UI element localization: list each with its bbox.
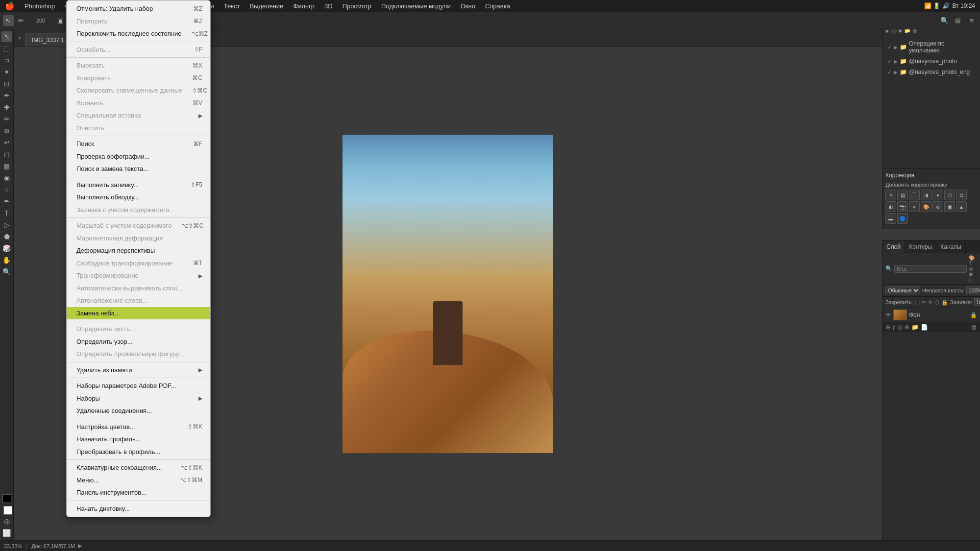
corr-invert[interactable]: ⊘ xyxy=(932,201,943,212)
menu-item-44[interactable]: Клавиатурные сокращения...⌥⇧⌘K xyxy=(67,461,210,474)
menu-item-48[interactable]: Начать диктовку... xyxy=(67,503,210,515)
menu-photoshop[interactable]: Photoshop xyxy=(20,0,60,12)
tool-move[interactable]: ↖ xyxy=(1,31,12,42)
menu-view[interactable]: Просмотр xyxy=(338,0,376,12)
menu-item-41[interactable]: Назначить профиль... xyxy=(67,433,210,446)
tool-shape[interactable]: ⬟ xyxy=(1,231,12,242)
tool-path-select[interactable]: ▷ xyxy=(1,219,12,230)
tool-magic-wand[interactable]: ✦ xyxy=(1,67,12,77)
adjustment-layer-btn[interactable]: ⊕ xyxy=(905,324,909,331)
screen-mode[interactable]: ⬜ xyxy=(1,527,12,538)
tool-dodge[interactable]: ○ xyxy=(1,184,12,195)
menu-item-2[interactable]: Переключить последнее состояние⌥⌘Z xyxy=(67,27,210,40)
menu-item-42[interactable]: Преобразовать в профиль... xyxy=(67,446,210,458)
ops-group-header-default[interactable]: ✓ ▶ 📁 Операции по умолчанию xyxy=(885,39,977,55)
menu-item-14[interactable]: Проверка орфографии... xyxy=(67,150,210,163)
menu-text[interactable]: Текст xyxy=(219,0,245,12)
tool-hand[interactable]: ✋ xyxy=(1,255,12,265)
edit-dropdown-menu[interactable]: Отменить: Удалить набор⌘ZПовторить⌘ZПере… xyxy=(66,0,211,517)
corr-vibrance[interactable]: ♦ xyxy=(932,190,943,200)
corr-exposure[interactable]: ◑ xyxy=(921,190,931,200)
menu-item-37[interactable]: Наборы▶ xyxy=(67,392,210,405)
menu-item-18[interactable]: Выполнить обводку... xyxy=(67,191,210,204)
layer-row-bg[interactable]: 👁 Фон 🔒 xyxy=(882,308,980,322)
layer-visibility-icon[interactable]: 👁 xyxy=(885,311,891,318)
corr-lookup[interactable]: 🎨 xyxy=(921,201,931,212)
corr-gradient-map[interactable]: ▬ xyxy=(885,213,896,224)
menu-help[interactable]: Справка xyxy=(480,0,515,12)
menu-item-38[interactable]: Удаленные соединения... xyxy=(67,405,210,417)
tool-option1[interactable]: ▣ xyxy=(55,15,66,26)
move-tool[interactable]: ↖ xyxy=(3,15,14,26)
tool-crop[interactable]: ⊡ xyxy=(1,78,12,89)
ops-group-header-eng[interactable]: ✓ ▶ 📁 @nasyrova_photo_eng xyxy=(885,68,977,76)
search-icon[interactable]: 🔍 xyxy=(939,15,950,26)
corr-channel-mixer[interactable]: ≈ xyxy=(909,201,920,212)
tool-3d[interactable]: 🎲 xyxy=(1,243,12,254)
fill-input[interactable] xyxy=(974,298,980,306)
foreground-color[interactable] xyxy=(2,494,11,503)
quick-mask[interactable]: ◎ xyxy=(1,516,12,527)
lock-artboard-btn[interactable]: ⬡ xyxy=(934,299,939,306)
menu-item-28[interactable]: Замена неба... xyxy=(67,307,210,320)
background-color[interactable] xyxy=(3,506,12,515)
tool-history[interactable]: ↩ xyxy=(1,137,12,148)
tool-clone[interactable]: ⊕ xyxy=(1,125,12,136)
delete-layer-btn[interactable]: 🗑 xyxy=(971,324,977,331)
lock-all-btn[interactable]: 🔒 xyxy=(941,299,948,306)
layer-mask-btn[interactable]: ◎ xyxy=(898,324,903,331)
tab-close-btn[interactable]: × xyxy=(14,29,25,47)
layer-filter-icons[interactable]: 🎨 T ◎ ◉ ⬚ xyxy=(969,255,977,282)
lock-pixels-btn[interactable]: ✏ xyxy=(922,299,926,306)
group-layers-btn[interactable]: 📁 xyxy=(911,324,919,331)
tab-layer[interactable]: Слой xyxy=(882,240,905,253)
menu-item-34[interactable]: Удалить из памяти▶ xyxy=(67,364,210,377)
lock-transparent-btn[interactable]: ⬚ xyxy=(915,299,920,306)
add-link-btn[interactable]: ⊕ xyxy=(885,324,890,331)
corr-brightness[interactable]: ☀ xyxy=(885,190,896,200)
menu-item-0[interactable]: Отменить: Удалить набор⌘Z xyxy=(67,2,210,15)
tool-blur[interactable]: ◉ xyxy=(1,172,12,183)
menu-item-15[interactable]: Поиск и замена текста... xyxy=(67,163,210,175)
size-input[interactable]: 200 xyxy=(28,15,53,26)
menu-item-46[interactable]: Панель инструментов... xyxy=(67,486,210,499)
corr-curves[interactable]: ⌒ xyxy=(909,190,920,200)
corr-colorbal[interactable]: ⚖ xyxy=(956,190,967,200)
apple-menu[interactable]: 🍎 xyxy=(0,1,20,11)
menu-item-31[interactable]: Определить узор... xyxy=(67,335,210,348)
menu-item-40[interactable]: Настройка цветов...⇧⌘K xyxy=(67,421,210,433)
tool-pen[interactable]: ✒ xyxy=(1,196,12,207)
corr-levels[interactable]: ▤ xyxy=(897,190,908,200)
tool-rectangle-select[interactable]: ⬚ xyxy=(1,43,12,54)
menu-item-13[interactable]: Поиск⌘F xyxy=(67,138,210,150)
opacity-input[interactable] xyxy=(966,287,980,294)
menu-filter[interactable]: Фильтр xyxy=(288,0,319,12)
tool-text[interactable]: T xyxy=(1,208,12,218)
tool-gradient[interactable]: ▦ xyxy=(1,161,12,171)
tool-healing[interactable]: ✚ xyxy=(1,102,12,113)
menu-selection[interactable]: Выделение xyxy=(245,0,288,12)
menu-item-23[interactable]: Деформация перспективы xyxy=(67,244,210,257)
menu-item-45[interactable]: Меню...⌥⇧⌘M xyxy=(67,474,210,487)
corr-posterize[interactable]: ▣ xyxy=(944,201,955,212)
ops-group-header-photo[interactable]: ✓ ▶ 📁 @nasyrova_photo xyxy=(885,57,977,66)
view-options[interactable]: ⊞ xyxy=(953,15,963,26)
layer-search-input[interactable] xyxy=(894,265,967,273)
brush-tool[interactable]: ✏ xyxy=(16,15,26,26)
corr-selective-color[interactable]: 🔵 xyxy=(897,213,908,224)
extras-icon[interactable]: ≡ xyxy=(966,15,977,26)
corr-photo-filter[interactable]: 📷 xyxy=(897,201,908,212)
blend-mode-select[interactable]: Обычные xyxy=(885,287,920,294)
tool-brush[interactable]: ✏ xyxy=(1,114,12,124)
tool-lasso[interactable]: ⊃ xyxy=(1,55,12,66)
tool-eyedropper[interactable]: ✒ xyxy=(1,90,12,101)
tab-paths[interactable]: Контуры xyxy=(905,240,936,253)
menu-plugins[interactable]: Подключаемые модули xyxy=(376,0,456,12)
corr-threshold[interactable]: ▲ xyxy=(956,201,967,212)
menu-3d[interactable]: 3D xyxy=(319,0,338,12)
menu-window[interactable]: Окно xyxy=(456,0,480,12)
tool-eraser[interactable]: ◻ xyxy=(1,149,12,160)
lock-position-btn[interactable]: ✛ xyxy=(928,299,932,306)
corr-hsl[interactable]: ⬡ xyxy=(944,190,955,200)
corr-bw[interactable]: ◐ xyxy=(885,201,896,212)
